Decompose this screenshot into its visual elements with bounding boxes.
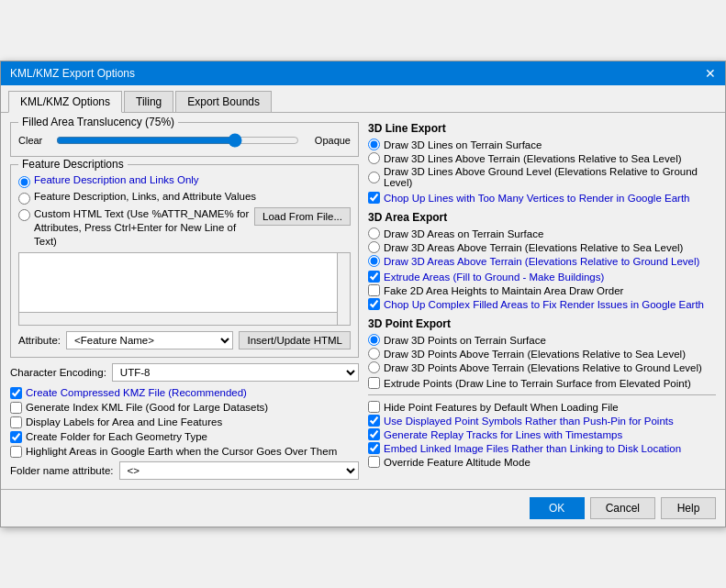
- translucency-slider[interactable]: [56, 132, 299, 149]
- feature-radio-input-2[interactable]: [18, 193, 30, 205]
- ok-button[interactable]: OK: [530, 497, 585, 519]
- feature-radio-2[interactable]: Feature Description, Links, and Attribut…: [18, 191, 351, 205]
- encoding-label: Character Encoding:: [10, 367, 106, 378]
- feature-radio-group: Feature Description and Links Only Featu…: [18, 174, 351, 249]
- area-radio-input-1[interactable]: [368, 227, 380, 239]
- tab-tiling[interactable]: Tiling: [124, 91, 173, 112]
- feature-radio-label-3: Custom HTML Text (Use %ATTR_NAME% for At…: [34, 207, 251, 249]
- bc3-checkbox[interactable]: Generate Replay Tracks for Lines with Ti…: [368, 428, 716, 440]
- checkbox-create-folder-input[interactable]: [10, 431, 22, 443]
- area-extrude-input[interactable]: [368, 271, 380, 283]
- area-radio-input-2[interactable]: [368, 241, 380, 253]
- checkbox-highlight-areas[interactable]: Highlight Areas in Google Earth when the…: [10, 446, 359, 458]
- bc4-input[interactable]: [368, 442, 380, 454]
- line-export-radio-group: Draw 3D Lines on Terrain Surface Draw 3D…: [368, 139, 716, 188]
- line-chop-label: Chop Up Lines with Too Many Vertices to …: [384, 193, 689, 204]
- area-chop-complex-checkbox[interactable]: Chop Up Complex Filled Areas to Fix Rend…: [368, 298, 716, 310]
- point-radio-1[interactable]: Draw 3D Points on Terrain Surface: [368, 334, 716, 346]
- checkbox-kmz-input[interactable]: [10, 387, 22, 399]
- checkbox-display-labels-input[interactable]: [10, 416, 22, 428]
- help-button[interactable]: Help: [661, 497, 716, 519]
- scrollbar-horizontal[interactable]: [19, 312, 337, 325]
- line-radio-input-1[interactable]: [368, 139, 380, 150]
- bc1-checkbox[interactable]: Hide Point Features by Default When Load…: [368, 401, 716, 413]
- encoding-row: Character Encoding: UTF-8 UTF-16 ISO-885…: [10, 363, 359, 382]
- bc3-input[interactable]: [368, 428, 380, 440]
- line-radio-input-3[interactable]: [368, 172, 380, 183]
- checkbox-highlight-areas-input[interactable]: [10, 446, 22, 458]
- point-radio-input-3[interactable]: [368, 361, 380, 373]
- line-chop-checkbox[interactable]: Chop Up Lines with Too Many Vertices to …: [368, 192, 716, 204]
- area-radio-input-3[interactable]: [368, 255, 380, 267]
- dialog: KML/KMZ Export Options ✕ KML/KMZ Options…: [0, 61, 726, 527]
- line-radio-3[interactable]: Draw 3D Lines Above Ground Level (Elevat…: [368, 166, 716, 188]
- point-radio-input-1[interactable]: [368, 334, 380, 346]
- translucency-title: Filled Area Translucency (75%): [18, 116, 178, 128]
- attribute-select[interactable]: <Feature Name>: [66, 331, 233, 349]
- dialog-title: KML/KMZ Export Options: [10, 67, 135, 80]
- line-radio-label-3: Draw 3D Lines Above Ground Level (Elevat…: [384, 166, 716, 188]
- load-from-file-button[interactable]: Load From File...: [254, 207, 351, 226]
- encoding-select[interactable]: UTF-8 UTF-16 ISO-8859-1: [112, 363, 359, 382]
- area-radio-1[interactable]: Draw 3D Areas on Terrain Surface: [368, 227, 716, 239]
- line-radio-input-2[interactable]: [368, 152, 380, 164]
- area-radio-3[interactable]: Draw 3D Areas Above Terrain (Elevations …: [368, 255, 716, 267]
- checkbox-index-kml[interactable]: Generate Index KML File (Good for Large …: [10, 402, 359, 414]
- line-radio-label-1: Draw 3D Lines on Terrain Surface: [384, 139, 542, 150]
- checkbox-kmz-label: Create Compressed KMZ File (Recommended): [26, 387, 247, 398]
- point-radio-2[interactable]: Draw 3D Points Above Terrain (Elevations…: [368, 348, 716, 360]
- feature-radio-input-1[interactable]: [18, 176, 30, 188]
- area-radio-2[interactable]: Draw 3D Areas Above Terrain (Elevations …: [368, 241, 716, 253]
- area-fake-2d-checkbox[interactable]: Fake 2D Area Heights to Maintain Area Dr…: [368, 284, 716, 296]
- point-radio-label-2: Draw 3D Points Above Terrain (Elevations…: [384, 349, 686, 360]
- folder-name-select[interactable]: <>: [119, 461, 359, 480]
- point-radio-label-3: Draw 3D Points Above Terrain (Elevations…: [384, 362, 702, 373]
- tab-export-bounds[interactable]: Export Bounds: [175, 91, 272, 112]
- area-fake-2d-input[interactable]: [368, 284, 380, 296]
- area-extrude-checkbox[interactable]: Extrude Areas (Fill to Ground - Make Bui…: [368, 271, 716, 283]
- point-radio-label-1: Draw 3D Points on Terrain Surface: [384, 335, 546, 346]
- feature-radio-label-1: Feature Description and Links Only: [34, 174, 199, 185]
- html-textarea-container: [18, 252, 351, 326]
- area-chop-complex-input[interactable]: [368, 298, 380, 310]
- checkbox-display-labels[interactable]: Display Labels for Area and Line Feature…: [10, 416, 359, 428]
- line-radio-1[interactable]: Draw 3D Lines on Terrain Surface: [368, 139, 716, 150]
- checkbox-index-kml-input[interactable]: [10, 402, 22, 414]
- bc4-checkbox[interactable]: Embed Linked Image Files Rather than Lin…: [368, 442, 716, 454]
- point-radio-input-2[interactable]: [368, 348, 380, 360]
- feature-radio-1[interactable]: Feature Description and Links Only: [18, 174, 351, 188]
- bc5-input[interactable]: [368, 456, 380, 468]
- feature-radio-label-2: Feature Description, Links, and Attribut…: [34, 191, 256, 202]
- scrollbar-vertical[interactable]: [337, 253, 350, 325]
- area-chop-complex-label: Chop Up Complex Filled Areas to Fix Rend…: [384, 299, 704, 310]
- point-radio-3[interactable]: Draw 3D Points Above Terrain (Elevations…: [368, 361, 716, 373]
- custom-html-row: Custom HTML Text (Use %ATTR_NAME% for At…: [18, 207, 351, 249]
- cancel-button[interactable]: Cancel: [590, 497, 655, 519]
- bc2-input[interactable]: [368, 415, 380, 427]
- feature-radio-3[interactable]: Custom HTML Text (Use %ATTR_NAME% for At…: [18, 207, 251, 249]
- checkbox-create-folder-label: Create Folder for Each Geometry Type: [26, 431, 207, 442]
- point-extrude-label: Extrude Points (Draw Line to Terrain Sur…: [384, 378, 691, 389]
- checkbox-kmz[interactable]: Create Compressed KMZ File (Recommended): [10, 387, 359, 399]
- right-divider: [368, 394, 716, 395]
- checkbox-index-kml-label: Generate Index KML File (Good for Large …: [26, 402, 268, 413]
- opaque-label: Opaque: [305, 135, 351, 146]
- close-button[interactable]: ✕: [705, 67, 716, 80]
- tab-kml-kmz-options[interactable]: KML/KMZ Options: [8, 91, 122, 113]
- point-extrude-input[interactable]: [368, 377, 380, 389]
- feature-radio-input-3[interactable]: [18, 209, 30, 221]
- checkbox-create-folder[interactable]: Create Folder for Each Geometry Type: [10, 431, 359, 443]
- line-export-title: 3D Line Export: [368, 122, 716, 135]
- area-extrude-label: Extrude Areas (Fill to Ground - Make Bui…: [384, 272, 604, 283]
- checkbox-highlight-areas-label: Highlight Areas in Google Earth when the…: [26, 446, 337, 457]
- html-textarea[interactable]: [19, 253, 337, 312]
- bc2-checkbox[interactable]: Use Displayed Point Symbols Rather than …: [368, 415, 716, 427]
- bc4-label: Embed Linked Image Files Rather than Lin…: [384, 443, 681, 454]
- bc5-checkbox[interactable]: Override Feature Altitude Mode: [368, 456, 716, 468]
- insert-update-html-button[interactable]: Insert/Update HTML: [239, 331, 351, 349]
- point-extrude-checkbox[interactable]: Extrude Points (Draw Line to Terrain Sur…: [368, 377, 716, 389]
- bc1-input[interactable]: [368, 401, 380, 413]
- area-radio-label-3: Draw 3D Areas Above Terrain (Elevations …: [384, 256, 699, 267]
- line-chop-input[interactable]: [368, 192, 380, 204]
- line-radio-2[interactable]: Draw 3D Lines Above Terrain (Elevations …: [368, 152, 716, 164]
